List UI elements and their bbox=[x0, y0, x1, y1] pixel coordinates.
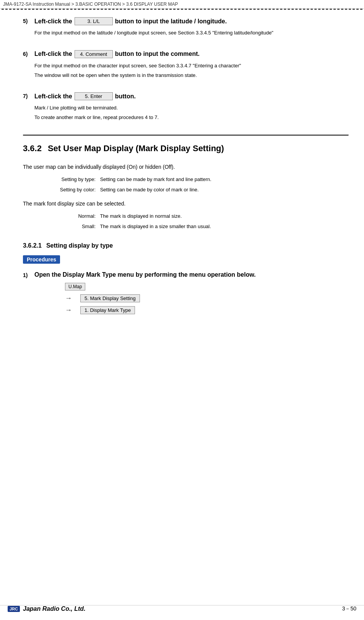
jrc-badge: JRC bbox=[8, 606, 20, 612]
setting-color-label: Setting by color: bbox=[54, 186, 96, 194]
setting-color-text: Setting can be made by color of mark or … bbox=[100, 187, 199, 193]
proc-step-1-main: Open the Display Mark Type menu by perfo… bbox=[34, 271, 349, 278]
step-5-content: Left-click the 3. L/L button to input th… bbox=[34, 17, 349, 39]
section-362-number: 3.6.2 bbox=[23, 144, 42, 153]
company-name: Japan Radio Co., Ltd. bbox=[23, 605, 86, 612]
procedures-badge: Procedures bbox=[23, 255, 60, 264]
setting-type-text: Setting can be made by mark font and lin… bbox=[100, 176, 211, 182]
step-6-desc-0: For the input method on the character in… bbox=[34, 62, 349, 70]
step-6-desc-1: The window will not be open when the sys… bbox=[34, 72, 349, 80]
step-7: 7) Left-click the 5. Enter button. Mark … bbox=[23, 92, 349, 123]
normal-label: Normal: bbox=[54, 212, 96, 220]
step-5: 5) Left-click the 3. L/L button to input… bbox=[23, 17, 349, 39]
step-5-prefix: Left-click the bbox=[34, 18, 72, 25]
subsection-3621-heading: 3.6.2.1 Setting display by type bbox=[23, 242, 349, 249]
step-6: 6) Left-click the 4. Comment button to i… bbox=[23, 50, 349, 81]
subsection-3621-title: Setting display by type bbox=[46, 242, 113, 249]
setting-type-label: Setting by type: bbox=[54, 176, 96, 184]
menu-flow-row-3: → 1. Display Mark Type bbox=[65, 306, 349, 314]
arrow-2: → bbox=[65, 306, 74, 314]
small-label: Small: bbox=[54, 223, 96, 231]
step-7-main-line: Left-click the 5. Enter button. bbox=[34, 92, 349, 100]
proc-step-1-text: Open the Display Mark Type menu by perfo… bbox=[34, 271, 256, 278]
mark-font-text: The mark font display size can be select… bbox=[23, 199, 349, 208]
step-5-desc-0: For the input method on the latitude / l… bbox=[34, 29, 349, 37]
subsection-3621-number: 3.6.2.1 bbox=[23, 242, 42, 249]
step-6-prefix: Left-click the bbox=[34, 51, 72, 57]
proc-step-1-content: Open the Display Mark Type menu by perfo… bbox=[34, 271, 349, 318]
step-7-desc-1: To create another mark or line, repeat p… bbox=[34, 114, 349, 122]
section-362-title: Set User Map Display (Mark Display Setti… bbox=[48, 144, 224, 153]
display-mark-type-button[interactable]: 1. Display Mark Type bbox=[80, 306, 135, 314]
step-5-main-line: Left-click the 3. L/L button to input th… bbox=[34, 17, 349, 25]
step-7-content: Left-click the 5. Enter button. Mark / L… bbox=[34, 92, 349, 123]
small-row: Small: The mark is displayed in a size s… bbox=[54, 223, 349, 231]
step-7-desc-0: Mark / Line plotting will be terminated. bbox=[34, 104, 349, 112]
step-6-content: Left-click the 4. Comment button to inpu… bbox=[34, 50, 349, 81]
breadcrumb: JMA-9172-SA Instruction Manual > 3.BASIC… bbox=[0, 0, 364, 9]
step-7-prefix: Left-click the bbox=[34, 93, 72, 100]
mark-display-setting-button[interactable]: 5. Mark Display Setting bbox=[80, 294, 140, 302]
enter-button[interactable]: 5. Enter bbox=[75, 92, 113, 100]
subsection-3621-block: 3.6.2.1 Setting display by type Procedur… bbox=[23, 242, 349, 318]
normal-text: The mark is displayed in normal size. bbox=[100, 213, 182, 219]
step-5-suffix: button to input the latitude / longitude… bbox=[115, 18, 227, 25]
section-divider bbox=[23, 135, 349, 136]
footer: JRC Japan Radio Co., Ltd. 3－50 bbox=[0, 605, 364, 612]
umap-button[interactable]: U.Map bbox=[65, 283, 85, 290]
step-6-main-line: Left-click the 4. Comment button to inpu… bbox=[34, 50, 349, 58]
footer-logo: JRC Japan Radio Co., Ltd. bbox=[8, 605, 86, 612]
menu-flow-row-1: U.Map bbox=[65, 283, 349, 290]
page-number: 3－50 bbox=[342, 605, 356, 612]
step-6-suffix: button to input the comment. bbox=[115, 51, 200, 57]
step-7-number: 7) bbox=[23, 93, 34, 99]
ll-button[interactable]: 3. L/L bbox=[75, 17, 113, 25]
section-362-intro: The user map can be individually display… bbox=[23, 163, 349, 171]
main-content: 5) Left-click the 3. L/L button to input… bbox=[0, 10, 364, 345]
setting-color-row: Setting by color: Setting can be made by… bbox=[54, 186, 349, 194]
section-362-heading: 3.6.2 Set User Map Display (Mark Display… bbox=[23, 144, 349, 153]
step-5-number: 5) bbox=[23, 18, 34, 24]
step-7-suffix: button. bbox=[115, 93, 136, 100]
proc-step-1: 1) Open the Display Mark Type menu by pe… bbox=[23, 271, 349, 318]
setting-type-row: Setting by type: Setting can be made by … bbox=[54, 176, 349, 184]
menu-flow-row-2: → 5. Mark Display Setting bbox=[65, 294, 349, 302]
step-6-number: 6) bbox=[23, 51, 34, 57]
menu-flow: U.Map → 5. Mark Display Setting → 1. Dis… bbox=[65, 283, 349, 314]
normal-row: Normal: The mark is displayed in normal … bbox=[54, 212, 349, 220]
arrow-1: → bbox=[65, 294, 74, 302]
comment-button[interactable]: 4. Comment bbox=[75, 50, 113, 58]
proc-step-1-number: 1) bbox=[23, 272, 34, 278]
small-text: The mark is displayed in a size smaller … bbox=[100, 224, 211, 229]
